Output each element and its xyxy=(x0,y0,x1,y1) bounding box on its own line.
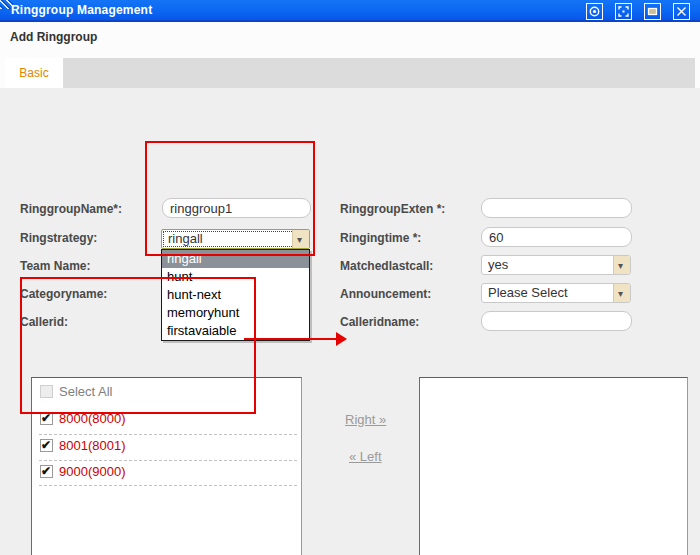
maximize-icon[interactable] xyxy=(615,3,632,20)
select-all-row: Select All xyxy=(40,384,112,399)
dropdown-option-firstavaiable[interactable]: firstavaiable xyxy=(162,322,309,340)
matchedlastcall-label: Matchedlastcall: xyxy=(340,259,433,273)
move-left-button[interactable]: « Left xyxy=(349,449,382,464)
member-label: 9000(9000) xyxy=(59,464,126,479)
calleridname-label: Calleridname: xyxy=(340,315,419,329)
restore-icon[interactable] xyxy=(644,3,661,20)
ringgroup-management-window: Ringgroup Management Add Ringgroup xyxy=(0,0,700,555)
member-row: 8001(8001) xyxy=(40,438,126,453)
ringgroupname-input[interactable] xyxy=(162,198,311,218)
callerid-label: Callerid: xyxy=(20,315,68,329)
tab-bar: Basic xyxy=(5,58,695,88)
dropdown-option-memoryhunt[interactable]: memoryhunt xyxy=(162,304,309,322)
row-divider xyxy=(39,434,297,435)
dropdown-option-ringall[interactable]: ringall xyxy=(162,250,309,268)
member-label: 8000(8000) xyxy=(59,411,126,426)
member-row: 9000(9000) xyxy=(40,464,126,479)
dropdown-option-hunt-next[interactable]: hunt-next xyxy=(162,286,309,304)
member-checkbox-8001[interactable] xyxy=(40,439,53,452)
ringstrategy-dropdown-list: ringall hunt hunt-next memoryhunt firsta… xyxy=(161,249,310,341)
row-divider xyxy=(39,485,297,486)
window-title: Ringgroup Management xyxy=(11,0,152,21)
select-all-checkbox[interactable] xyxy=(40,385,53,398)
titlebar: Ringgroup Management xyxy=(0,0,700,22)
close-icon[interactable] xyxy=(673,3,690,20)
ringstrategy-label: Ringstrategy: xyxy=(20,231,97,245)
announcement-select[interactable]: Please Select xyxy=(481,283,631,303)
ringingtime-label: Ringingtime *: xyxy=(340,231,421,245)
ringingtime-input[interactable] xyxy=(481,227,632,247)
chevron-down-icon[interactable] xyxy=(613,284,630,302)
move-right-button[interactable]: Right » xyxy=(345,412,386,427)
select-all-label: Select All xyxy=(59,384,112,399)
form-content-area: RinggroupName*: Ringstrategy: Team Name:… xyxy=(0,88,700,555)
ringgroupexten-label: RinggroupExten *: xyxy=(340,202,445,216)
dropdown-option-hunt[interactable]: hunt xyxy=(162,268,309,286)
member-checkbox-9000[interactable] xyxy=(40,465,53,478)
matchedlastcall-selected-value: yes xyxy=(488,257,508,272)
available-members-panel: Select All 8000(8000) 8001(8001) 9000(90… xyxy=(31,377,302,555)
calleridname-input[interactable] xyxy=(481,311,632,331)
chevron-down-icon[interactable] xyxy=(613,256,630,274)
announcement-selected-value: Please Select xyxy=(488,285,568,300)
ringgroupexten-input[interactable] xyxy=(481,198,632,218)
member-row: 8000(8000) xyxy=(40,411,126,426)
window-controls xyxy=(586,3,690,20)
ringgroupname-label: RinggroupName*: xyxy=(20,202,122,216)
team-name-label: Team Name: xyxy=(20,259,90,273)
member-checkbox-8000[interactable] xyxy=(40,412,53,425)
matchedlastcall-select[interactable]: yes xyxy=(481,255,631,275)
ringstrategy-selected-value: ringall xyxy=(168,231,203,246)
row-divider xyxy=(39,460,297,461)
chevron-down-icon[interactable] xyxy=(292,230,309,248)
page-title: Add Ringgroup xyxy=(10,30,97,44)
selected-members-panel xyxy=(419,377,688,555)
record-icon[interactable] xyxy=(586,3,603,20)
tab-basic[interactable]: Basic xyxy=(5,58,63,88)
announcement-label: Announcement: xyxy=(340,287,431,301)
ringstrategy-select[interactable]: ringall xyxy=(161,229,310,249)
member-label: 8001(8001) xyxy=(59,438,126,453)
categoryname-label: Categoryname: xyxy=(20,287,107,301)
